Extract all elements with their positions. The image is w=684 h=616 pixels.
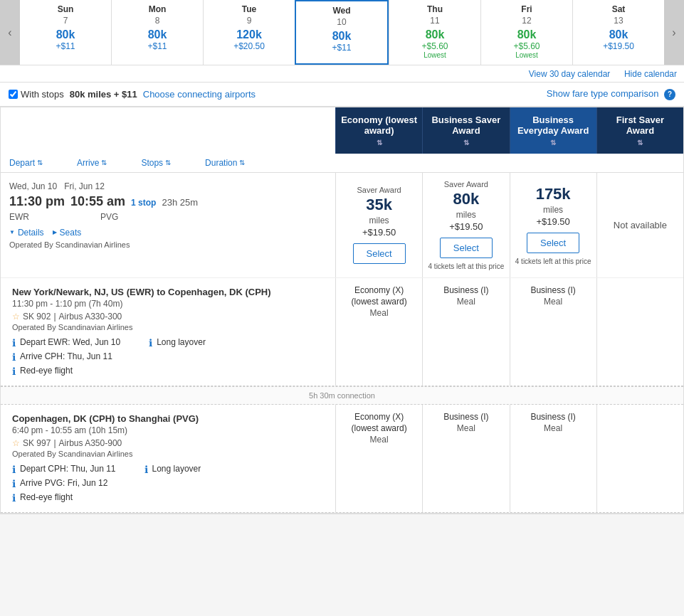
results-table: Economy (lowest award)⇅Business Saver Aw… [0, 107, 684, 514]
segment-2-plane: ☆ SK 997 | Airbus A350-900 [12, 438, 324, 448]
arrive-time: 10:55 am [70, 194, 125, 209]
cal-day-7[interactable]: Sun 7 80k +$11 [20, 0, 111, 65]
seats-btn[interactable]: ▶ Seats [53, 228, 82, 238]
seg2-fare-cell-0: Economy (X) (lowest award) Meal [335, 405, 422, 512]
seats-triangle: ▶ [53, 229, 57, 235]
col-headers: Depart ⇅ Arrive ⇅ Stops ⇅ Duration ⇅ [1, 154, 683, 173]
with-stops-checkbox[interactable] [9, 90, 18, 99]
seg1-fare-cell-3 [596, 278, 683, 386]
fare-header-1[interactable]: Business Saver Award⇅ [422, 107, 509, 154]
seg1-fare-cell-2: Business (I) Meal [510, 278, 596, 386]
segment-2-times: 6:40 pm - 10:55 am (10h 15m) [12, 425, 324, 435]
info-icon-2: ℹ [149, 337, 152, 349]
seg1-fares: Economy (X) (lowest award) Meal Business… [335, 278, 683, 386]
fare-header-0[interactable]: Economy (lowest award)⇅ [335, 107, 422, 154]
fare-header-3[interactable]: First Saver Award⇅ [596, 107, 683, 154]
segment-1-operated: Operated By Scandinavian Airlines [12, 323, 324, 331]
alert-redeye-2: ℹ Red-eye flight [12, 492, 324, 504]
view-calendar-link[interactable]: View 30 day calendar [529, 69, 611, 79]
show-fare-link[interactable]: Show fare type comparison [547, 88, 659, 99]
segment-1-times: 11:30 pm - 1:10 pm (7h 40m) [12, 299, 324, 309]
flight-times: 11:30 pm 10:55 am 1 stop 23h 25m [9, 194, 327, 209]
info-icon-5: ℹ [12, 464, 16, 475]
alert-arrive-2: ℹ Arrive PVG: Fri, Jun 12 [12, 478, 324, 489]
flight-info: Wed, Jun 10 Fri, Jun 12 11:30 pm 10:55 a… [1, 173, 335, 277]
details-triangle: ▼ [9, 229, 15, 235]
star-icon-2: ☆ [12, 438, 20, 448]
cal-day-13[interactable]: Sat 13 80k +$19.50 [572, 0, 664, 65]
seg2-fares: Economy (X) (lowest award) Meal Business… [335, 405, 683, 512]
fare-header-spacer [1, 107, 335, 154]
flight-dates: Wed, Jun 10 Fri, Jun 12 [9, 181, 327, 191]
details-seats: ▼ Details ▶ Seats [9, 228, 327, 238]
fare-header-2[interactable]: Business Everyday Award⇅ [510, 107, 596, 154]
info-icon-7: ℹ [12, 478, 16, 489]
segment-2: Copenhagen, DK (CPH) to Shanghai (PVG) 6… [1, 405, 683, 513]
info-icon-4: ℹ [12, 366, 16, 377]
alert-layover-2: ℹ Long layover [144, 464, 201, 475]
miles-text: 80k miles + $11 [70, 89, 137, 100]
select-btn-1[interactable]: Select [440, 238, 493, 258]
connection-bar: 5h 30m connection [1, 386, 683, 405]
segment-1-plane: ☆ SK 902 | Airbus A330-300 [12, 312, 324, 322]
depart-time: 11:30 pm [9, 194, 65, 209]
select-btn-2[interactable]: Select [527, 233, 579, 253]
info-icon-1: ℹ [12, 337, 16, 349]
info-icon-3: ℹ [12, 351, 16, 363]
not-available-text: Not available [614, 220, 667, 230]
prev-arrow[interactable]: ‹ [0, 0, 20, 65]
choose-airports-link[interactable]: Choose connecting airports [143, 89, 256, 100]
sort-arrive[interactable]: Arrive ⇅ [77, 158, 107, 168]
sort-duration[interactable]: Duration ⇅ [205, 158, 245, 168]
flight-row: Wed, Jun 10 Fri, Jun 12 11:30 pm 10:55 a… [1, 173, 683, 514]
star-icon: ☆ [12, 312, 20, 322]
fare-header-row: Economy (lowest award)⇅Business Saver Aw… [1, 107, 683, 154]
fare-cell-0: Saver Award 35k miles +$19.50 Select [335, 173, 422, 277]
segment-1-alerts: ℹ Depart EWR: Wed, Jun 10 ℹ Long layover… [12, 337, 324, 377]
filters-bar: With stops 80k miles + $11 Choose connec… [0, 83, 684, 107]
alert-depart-2: ℹ Depart CPH: Thu, Jun 11 [12, 464, 116, 475]
fare-cell-3: Not available [596, 173, 683, 277]
next-arrow[interactable]: › [664, 0, 684, 65]
segment-1-route: New York/Newark, NJ, US (EWR) to Copenha… [12, 287, 324, 297]
fare-cell-1: Saver Award 80k miles +$19.50 Select 4 t… [422, 173, 509, 277]
fare-cells: Saver Award 35k miles +$19.50 Select Sav… [335, 173, 683, 277]
info-icon-8: ℹ [12, 492, 16, 504]
segment-2-alerts: ℹ Depart CPH: Thu, Jun 11 ℹ Long layover… [12, 464, 324, 504]
alert-arrive-1: ℹ Arrive CPH: Thu, Jun 11 [12, 351, 324, 363]
filters-right: Show fare type comparison ? [547, 88, 675, 100]
segment-2-operated: Operated By Scandinavian Airlines [12, 450, 324, 458]
with-stops-label[interactable]: With stops [9, 89, 64, 100]
segment-1-info: New York/Newark, NJ, US (EWR) to Copenha… [1, 278, 335, 386]
cal-day-12[interactable]: Fri 12 80k +$5.60 Lowest [480, 0, 572, 65]
segment-2-route: Copenhagen, DK (CPH) to Shanghai (PVG) [12, 413, 324, 424]
duration: 23h 25m [162, 197, 198, 208]
details-btn[interactable]: ▼ Details [9, 228, 44, 238]
info-icon-6: ℹ [144, 464, 148, 475]
select-btn-0[interactable]: Select [353, 243, 406, 264]
flight-detail-section: New York/Newark, NJ, US (EWR) to Copenha… [1, 277, 683, 513]
calendar-days: Sun 7 80k +$11 Mon 8 80k +$11 Tue 9 120k… [20, 0, 664, 65]
alert-redeye-1: ℹ Red-eye flight [12, 366, 324, 377]
calendar-nav: ‹ Sun 7 80k +$11 Mon 8 80k +$11 Tue 9 12… [0, 0, 684, 65]
fare-headers: Economy (lowest award)⇅Business Saver Aw… [335, 107, 683, 154]
operated-by: Operated By Scandinavian Airlines [9, 240, 327, 249]
fare-cell-2: 175k miles +$19.50 Select 4 tickets left… [510, 173, 596, 277]
alert-row-two-2: ℹ Depart CPH: Thu, Jun 11 ℹ Long layover [12, 464, 324, 475]
seg2-fare-cell-2: Business (I) Meal [510, 405, 596, 512]
help-icon[interactable]: ? [664, 89, 675, 100]
stops: 1 stop [131, 198, 156, 208]
seg1-fare-cell-1: Business (I) Meal [422, 278, 509, 386]
hide-calendar-link[interactable]: Hide calendar [624, 69, 677, 79]
sort-stops[interactable]: Stops ⇅ [141, 158, 171, 168]
calendar-header: ‹ Sun 7 80k +$11 Mon 8 80k +$11 Tue 9 12… [0, 0, 684, 65]
cal-day-10[interactable]: Wed 10 80k +$11 [295, 0, 389, 65]
cal-day-8[interactable]: Mon 8 80k +$11 [111, 0, 203, 65]
calendar-links: View 30 day calendar Hide calendar [0, 65, 684, 83]
cal-day-11[interactable]: Thu 11 80k +$5.60 Lowest [389, 0, 480, 65]
sort-depart[interactable]: Depart ⇅ [9, 158, 43, 168]
cal-day-9[interactable]: Tue 9 120k +$20.50 [203, 0, 295, 65]
segment-2-info: Copenhagen, DK (CPH) to Shanghai (PVG) 6… [1, 405, 335, 512]
filters-left: With stops 80k miles + $11 Choose connec… [9, 89, 256, 100]
airports: EWR PVG [9, 212, 327, 222]
